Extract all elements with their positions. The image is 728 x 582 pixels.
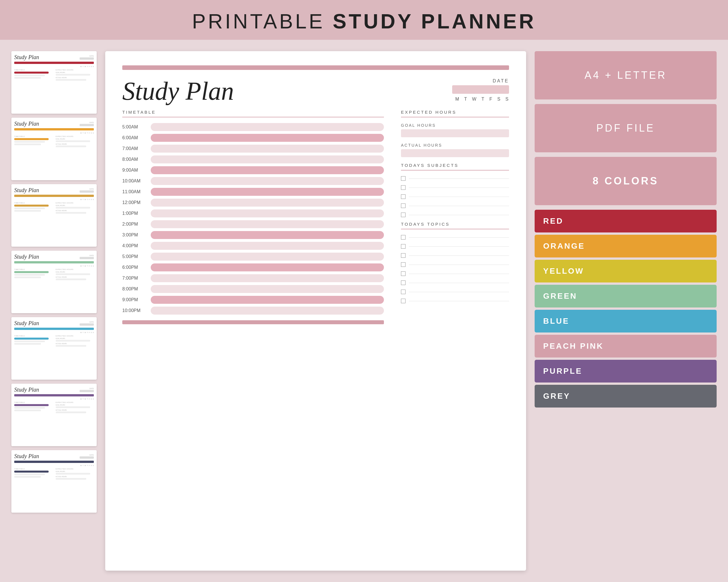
subject-line: [409, 215, 509, 215]
checkbox[interactable]: [401, 289, 406, 294]
checkbox[interactable]: [401, 203, 406, 208]
time-row: 11:00AM: [122, 188, 384, 196]
timetable-column: TIMETABLE 5:00AM 6:00AM 7:00AM 8:00AM 9:…: [122, 110, 384, 324]
time-label: 10:00PM: [122, 308, 151, 313]
time-row: 3:00PM: [122, 231, 384, 239]
color-swatch-red: RED: [535, 210, 717, 232]
time-bar: [151, 285, 384, 293]
color-swatch-purple: PURPLE: [535, 360, 717, 383]
subjects-heading: TODAYS SUBJECTS: [401, 163, 509, 168]
time-bar: [151, 220, 384, 228]
time-label: 11:00AM: [122, 189, 151, 194]
time-label: 3:00PM: [122, 232, 151, 238]
topic-line: [409, 301, 509, 301]
time-row: 12:00PM: [122, 199, 384, 206]
time-bar: [151, 231, 384, 239]
time-bar: [151, 296, 384, 304]
topic-row: [401, 253, 509, 258]
topic-row: [401, 289, 509, 294]
topic-row: [401, 271, 509, 276]
topic-line: [409, 265, 509, 265]
planner-title: Study Plan: [122, 78, 234, 104]
time-row: 7:00AM: [122, 145, 384, 153]
checkbox[interactable]: [401, 176, 406, 181]
format-label: A4 + LETTER: [584, 70, 667, 81]
color-swatch-grey: GREY: [535, 385, 717, 408]
time-row: 4:00PM: [122, 242, 384, 250]
time-label: 9:00PM: [122, 297, 151, 302]
day-label: S: [497, 96, 501, 102]
time-bar: [151, 242, 384, 250]
time-label: 12:00PM: [122, 200, 151, 205]
time-bar: [151, 253, 384, 260]
planner-body: TIMETABLE 5:00AM 6:00AM 7:00AM 8:00AM 9:…: [122, 110, 509, 324]
time-row: 5:00PM: [122, 253, 384, 260]
color-name: PEACH PINK: [543, 341, 604, 351]
time-bar: [151, 156, 384, 163]
subjects-section: TODAYS SUBJECTS: [401, 163, 509, 217]
checkbox[interactable]: [401, 213, 406, 217]
thumbnail-item: Study Plan DATE MTWTFSS TIMETABLE EXPECT…: [11, 184, 97, 247]
checkbox[interactable]: [401, 280, 406, 285]
day-label: S: [505, 96, 509, 102]
colors-label: 8 COLORS: [593, 175, 659, 187]
topic-row: [401, 235, 509, 240]
file-box: PDF FILE: [535, 104, 717, 152]
goal-hours-row: GOAL HOURS: [401, 123, 509, 137]
actual-hours-bar: [401, 149, 509, 157]
time-row: 10:00AM: [122, 177, 384, 185]
planner-top-bar: [122, 65, 509, 70]
time-label: 8:00AM: [122, 157, 151, 162]
topic-row: [401, 280, 509, 285]
page-title: PRINTABLE STUDY PLANNER: [192, 10, 536, 33]
checkbox[interactable]: [401, 271, 406, 276]
thumbnail-item: Study Plan DATE MTWTFSS TIMETABLE EXPECT…: [11, 384, 97, 446]
color-name: ORANGE: [543, 242, 585, 251]
checkbox[interactable]: [401, 185, 406, 190]
checkbox[interactable]: [401, 244, 406, 249]
checkbox[interactable]: [401, 253, 406, 258]
topic-line: [409, 246, 509, 247]
file-label: PDF FILE: [596, 122, 655, 134]
topic-line: [409, 292, 509, 292]
main-content: Study Plan DATE MTWTFSS TIMETABLE EXPECT…: [0, 40, 728, 582]
color-swatch-yellow: YELLOW: [535, 260, 717, 282]
time-label: 9:00AM: [122, 168, 151, 173]
time-row: 10:00PM: [122, 307, 384, 314]
colors-box: 8 COLORS: [535, 157, 717, 205]
color-name: GREEN: [543, 292, 577, 301]
subject-line: [409, 188, 509, 188]
subject-line: [409, 197, 509, 197]
subject-line: [409, 206, 509, 206]
checkbox[interactable]: [401, 299, 406, 303]
day-label: T: [482, 96, 485, 102]
thumbnail-item: Study Plan DATE MTWTFSS TIMETABLE EXPECT…: [11, 251, 97, 313]
topic-line: [409, 237, 509, 238]
topics-list: [401, 235, 509, 303]
time-row: 7:00PM: [122, 274, 384, 282]
thumbnail-item: Study Plan DATE MTWTFSS TIMETABLE EXPECT…: [11, 450, 97, 512]
planner-date-section: DATE MTWTFSS: [452, 78, 509, 102]
checkbox[interactable]: [401, 262, 406, 267]
actual-hours-row: ACTUAL HOURS: [401, 143, 509, 157]
day-label: T: [464, 96, 468, 102]
time-label: 4:00PM: [122, 243, 151, 248]
day-label: F: [489, 96, 493, 102]
color-name: PURPLE: [543, 367, 582, 376]
checkbox[interactable]: [401, 235, 406, 240]
time-label: 7:00AM: [122, 146, 151, 151]
time-bar: [151, 188, 384, 196]
topic-line: [409, 274, 509, 274]
time-label: 7:00PM: [122, 276, 151, 281]
thumbnail-item: Study Plan DATE MTWTFSS TIMETABLE EXPECT…: [11, 51, 97, 114]
planner-date-box: [452, 85, 509, 94]
title-light: PRINTABLE: [192, 10, 333, 33]
subject-row: [401, 194, 509, 199]
topic-row: [401, 244, 509, 249]
title-bold: STUDY PLANNER: [333, 10, 536, 33]
time-bar: [151, 264, 384, 271]
topics-section: TODAYS TOPICS: [401, 222, 509, 303]
checkbox[interactable]: [401, 194, 406, 199]
time-list: 5:00AM 6:00AM 7:00AM 8:00AM 9:00AM 10:00…: [122, 123, 384, 314]
time-bar: [151, 166, 384, 174]
